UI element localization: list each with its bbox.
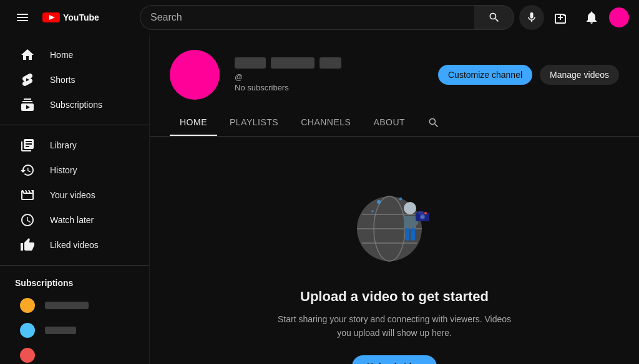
search-input[interactable] [140, 5, 474, 30]
subscription-item-3[interactable] [5, 343, 144, 364]
header-right [549, 5, 629, 30]
sidebar-item-your-videos[interactable]: Your videos [5, 183, 144, 208]
sidebar-item-library[interactable]: Library [5, 133, 144, 158]
search-button[interactable] [474, 5, 514, 30]
sidebar-label-home: Home [50, 50, 73, 60]
tab-search-button[interactable] [422, 112, 445, 134]
svg-point-17 [424, 212, 427, 214]
header: YouTube [0, 0, 639, 35]
create-button[interactable] [549, 5, 574, 30]
sidebar-item-watch-later[interactable]: Watch later [5, 208, 144, 232]
layout: Home Shorts Subscriptions Library [0, 35, 639, 364]
customize-channel-button[interactable]: Customize channel [438, 65, 532, 85]
tab-channels[interactable]: CHANNELS [291, 110, 361, 136]
svg-text:YouTube: YouTube [63, 12, 99, 22]
subscriptions-icon [20, 97, 35, 112]
divider-2 [0, 265, 149, 266]
sidebar: Home Shorts Subscriptions Library [0, 35, 150, 364]
svg-point-8 [404, 202, 416, 214]
menu-button[interactable] [10, 5, 35, 30]
svg-rect-10 [405, 228, 409, 241]
user-avatar-button[interactable] [609, 7, 629, 27]
name-block-2 [271, 57, 315, 69]
sidebar-label-watch-later: Watch later [50, 215, 94, 225]
your-videos-icon [20, 188, 35, 203]
manage-videos-button[interactable]: Manage videos [540, 65, 619, 85]
svg-point-19 [371, 210, 374, 213]
name-block-3 [320, 57, 341, 69]
empty-state-title: Upload a video to get started [300, 289, 489, 305]
subscription-item-2[interactable] [5, 318, 144, 343]
channel-handle: @ [235, 72, 423, 82]
sidebar-label-subscriptions: Subscriptions [50, 100, 102, 110]
youtube-logo[interactable]: YouTube [42, 11, 99, 24]
sidebar-item-liked-videos[interactable]: Liked videos [5, 232, 144, 257]
tab-home[interactable]: HOME [170, 110, 217, 136]
notifications-button[interactable] [579, 5, 604, 30]
sidebar-item-shorts[interactable]: Shorts [5, 67, 144, 92]
svg-point-16 [421, 216, 424, 219]
subscription-item-1[interactable] [5, 293, 144, 318]
home-icon [20, 47, 35, 62]
divider-1 [0, 125, 149, 125]
history-icon [20, 163, 35, 178]
svg-point-18 [377, 200, 381, 204]
sub-name-placeholder-2 [45, 327, 76, 334]
sidebar-label-your-videos: Your videos [50, 190, 95, 200]
channel-tabs: HOME PLAYLISTS CHANNELS ABOUT [150, 110, 639, 136]
header-left: YouTube [10, 5, 135, 30]
tab-about[interactable]: ABOUT [363, 110, 415, 136]
name-block-1 [235, 57, 266, 69]
main-content: @ No subscribers Customize channel Manag… [150, 35, 639, 364]
sidebar-label-shorts: Shorts [50, 75, 75, 85]
sidebar-label-liked-videos: Liked videos [50, 240, 99, 250]
sidebar-item-home[interactable]: Home [5, 42, 144, 67]
voice-search-button[interactable] [519, 5, 544, 30]
upload-video-button[interactable]: Upload video [352, 355, 437, 364]
watch-later-icon [20, 213, 35, 228]
sub-name-placeholder-1 [45, 302, 89, 309]
tab-playlists[interactable]: PLAYLISTS [220, 110, 288, 136]
liked-videos-icon [20, 237, 35, 252]
channel-subscribers: No subscribers [235, 83, 423, 92]
channel-name-placeholder [235, 57, 423, 69]
channel-actions: Customize channel Manage videos [438, 65, 619, 85]
channel-info: @ No subscribers [235, 57, 423, 92]
svg-point-20 [399, 198, 402, 201]
empty-state-subtitle: Start sharing your story and connecting … [276, 312, 513, 340]
shorts-icon [20, 72, 35, 87]
channel-avatar [170, 50, 220, 100]
sidebar-label-history: History [50, 165, 77, 175]
library-icon [20, 138, 35, 153]
svg-rect-14 [417, 211, 424, 214]
sidebar-item-history[interactable]: History [5, 158, 144, 183]
search-bar [140, 5, 514, 30]
sidebar-label-library: Library [50, 140, 77, 150]
svg-rect-11 [411, 228, 415, 241]
empty-illustration [344, 174, 444, 274]
sidebar-item-subscriptions[interactable]: Subscriptions [5, 92, 144, 117]
sub-avatar-1 [20, 298, 35, 313]
channel-header: @ No subscribers Customize channel Manag… [150, 35, 639, 100]
sub-avatar-3 [20, 348, 35, 363]
empty-state: Upload a video to get started Start shar… [150, 136, 639, 364]
header-center [140, 5, 544, 30]
youtube-icon: YouTube [42, 11, 99, 24]
subscriptions-section-title: Subscriptions [0, 273, 149, 293]
sub-avatar-2 [20, 323, 35, 338]
